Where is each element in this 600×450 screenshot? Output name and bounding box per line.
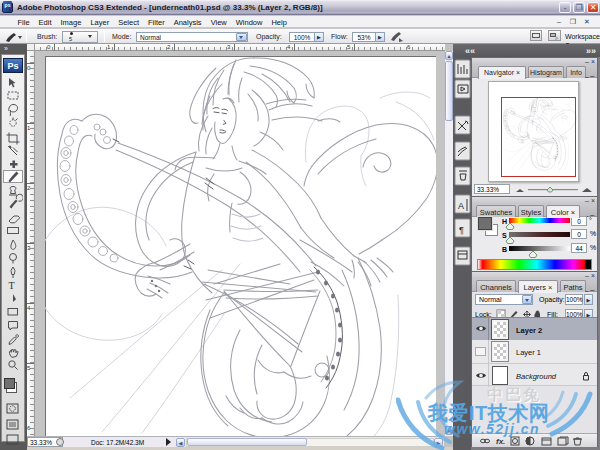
svg-text:¶: ¶ — [459, 225, 464, 235]
svg-text:A: A — [458, 201, 464, 211]
svg-text:T: T — [9, 280, 15, 291]
svg-text:fx.: fx. — [496, 437, 505, 446]
